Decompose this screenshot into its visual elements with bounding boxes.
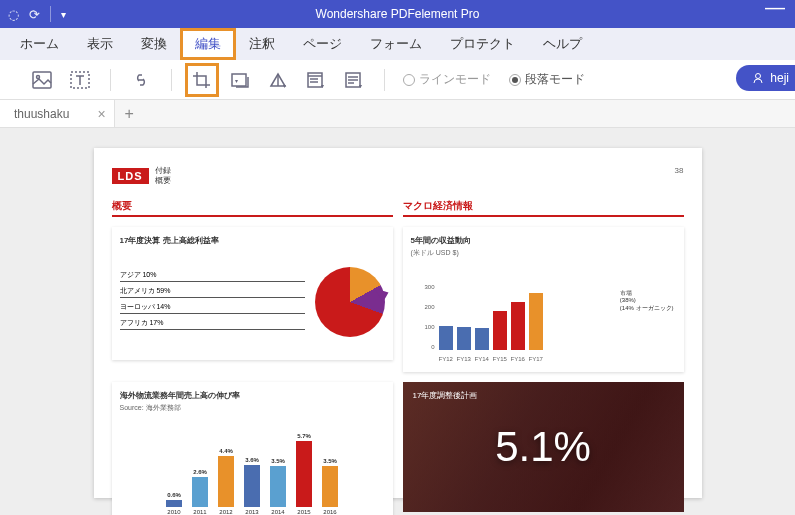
user-button[interactable]: heji bbox=[736, 65, 795, 91]
refresh-icon[interactable]: ⟳ bbox=[29, 7, 40, 22]
pie-chart bbox=[315, 267, 385, 337]
background-icon[interactable]: ▾ bbox=[266, 68, 290, 92]
brand-badge: LDS bbox=[112, 168, 149, 184]
menubar: ホーム 表示 変換 編集 注釈 ページ フォーム プロテクト ヘルプ bbox=[0, 28, 795, 60]
kpi-title: 17年度調整後計画 bbox=[413, 390, 478, 401]
add-text-icon[interactable] bbox=[68, 68, 92, 92]
user-label: heji bbox=[770, 71, 789, 85]
watermark-icon[interactable]: ▾ bbox=[228, 68, 252, 92]
svg-text:▾: ▾ bbox=[321, 83, 324, 89]
chart-source: Source: 海外業務部 bbox=[120, 403, 385, 413]
close-icon[interactable]: × bbox=[97, 106, 105, 122]
chart-1-legend: アジア 10% 北アメリカ 59% ヨーロッパ 14% アフリカ 17% bbox=[120, 270, 305, 334]
chart-title: 17年度決算 売上高総利益率 bbox=[120, 235, 385, 246]
bar-chart-macro: 300 200 100 0 FY12FY13FY14FY15FY16FY17 市… bbox=[411, 264, 676, 364]
header-footer-icon[interactable]: ▾ bbox=[304, 68, 328, 92]
paragraph-mode-radio[interactable]: 段落モード bbox=[509, 71, 585, 88]
toolbar: ▾ ▾ ▾ ▾ ラインモード 段落モード heji bbox=[0, 60, 795, 100]
titlebar: ◌ ⟳ ▾ Wondershare PDFelement Pro — bbox=[0, 0, 795, 28]
chart-title: 5年間の収益動向 bbox=[411, 235, 676, 246]
chart-title: 海外物流業務年間売上高の伸び率 bbox=[120, 390, 385, 401]
menu-page[interactable]: ページ bbox=[289, 29, 356, 59]
section-title: 概要 bbox=[112, 199, 393, 217]
section-plan: 17年度調整後計画 5.1% bbox=[403, 382, 684, 515]
crop-icon[interactable] bbox=[190, 68, 214, 92]
svg-point-16 bbox=[756, 74, 761, 79]
pdf-page[interactable]: LDS 付録 概要 38 概要 17年度決算 売上高総利益率 アジア 10% 北… bbox=[94, 148, 702, 498]
menu-view[interactable]: 表示 bbox=[73, 29, 127, 59]
chart-callout: 市場 (38%) (14% オーガニック) bbox=[620, 290, 674, 312]
section-growth: 海外物流業務年間売上高の伸び率 Source: 海外業務部 0.6%20102.… bbox=[112, 382, 393, 515]
chart-card-2: 5年間の収益動向 (米ドル USD $) 300 200 100 0 FY12F… bbox=[403, 227, 684, 372]
link-icon[interactable] bbox=[129, 68, 153, 92]
svg-rect-6 bbox=[308, 73, 322, 87]
back-icon[interactable]: ◌ bbox=[8, 7, 19, 22]
menu-help[interactable]: ヘルプ bbox=[529, 29, 596, 59]
chart-card-1: 17年度決算 売上高総利益率 アジア 10% 北アメリカ 59% ヨーロッパ 1… bbox=[112, 227, 393, 360]
chart-subtitle: (米ドル USD $) bbox=[411, 248, 676, 258]
section-overview: 概要 17年度決算 売上高総利益率 アジア 10% 北アメリカ 59% ヨーロッ… bbox=[112, 199, 393, 372]
page-header-text: 付録 概要 bbox=[155, 166, 171, 185]
kpi-card: 17年度調整後計画 5.1% bbox=[403, 382, 684, 512]
section-macro: マクロ経済情報 5年間の収益動向 (米ドル USD $) 300 200 100… bbox=[403, 199, 684, 372]
minimize-button[interactable]: — bbox=[765, 0, 785, 19]
svg-text:▾: ▾ bbox=[359, 83, 362, 89]
tab-label: thuushaku bbox=[14, 107, 69, 121]
menu-home[interactable]: ホーム bbox=[6, 29, 73, 59]
menu-convert[interactable]: 変換 bbox=[127, 29, 181, 59]
new-tab-button[interactable]: + bbox=[115, 105, 144, 123]
bar-chart-growth: 0.6%20102.6%20114.4%20123.6%20133.5%2014… bbox=[120, 419, 385, 515]
menu-edit[interactable]: 編集 bbox=[181, 29, 235, 59]
menu-protect[interactable]: プロテクト bbox=[436, 29, 529, 59]
page-number: 38 bbox=[675, 166, 684, 175]
bates-icon[interactable]: ▾ bbox=[342, 68, 366, 92]
chart-card-3: 海外物流業務年間売上高の伸び率 Source: 海外業務部 0.6%20102.… bbox=[112, 382, 393, 515]
user-icon bbox=[752, 72, 764, 84]
add-image-icon[interactable] bbox=[30, 68, 54, 92]
tabbar: thuushaku × + bbox=[0, 100, 795, 128]
document-tab[interactable]: thuushaku × bbox=[0, 100, 115, 127]
app-title: Wondershare PDFelement Pro bbox=[0, 7, 795, 21]
menu-comment[interactable]: 注釈 bbox=[235, 29, 289, 59]
document-canvas[interactable]: LDS 付録 概要 38 概要 17年度決算 売上高総利益率 アジア 10% 北… bbox=[0, 128, 795, 515]
line-mode-radio[interactable]: ラインモード bbox=[403, 71, 491, 88]
svg-text:▾: ▾ bbox=[235, 78, 238, 84]
dropdown-icon[interactable]: ▾ bbox=[61, 9, 66, 20]
svg-text:▾: ▾ bbox=[283, 83, 286, 89]
menu-form[interactable]: フォーム bbox=[356, 29, 436, 59]
kpi-value: 5.1% bbox=[495, 423, 591, 471]
section-title: マクロ経済情報 bbox=[403, 199, 684, 217]
